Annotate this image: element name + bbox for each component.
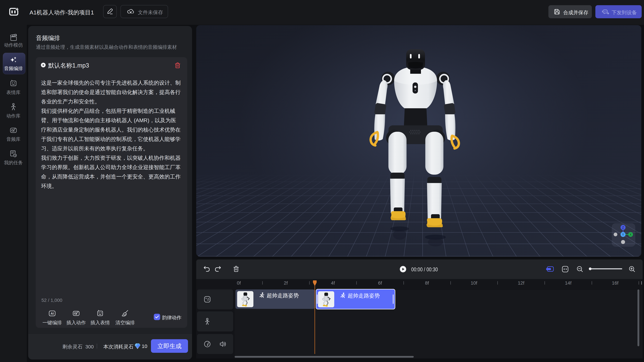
svg-text:AI: AI (51, 312, 54, 315)
svg-text:Y: Y (622, 233, 624, 236)
svg-text:X: X (630, 233, 632, 236)
svg-text:Z: Z (622, 226, 624, 229)
